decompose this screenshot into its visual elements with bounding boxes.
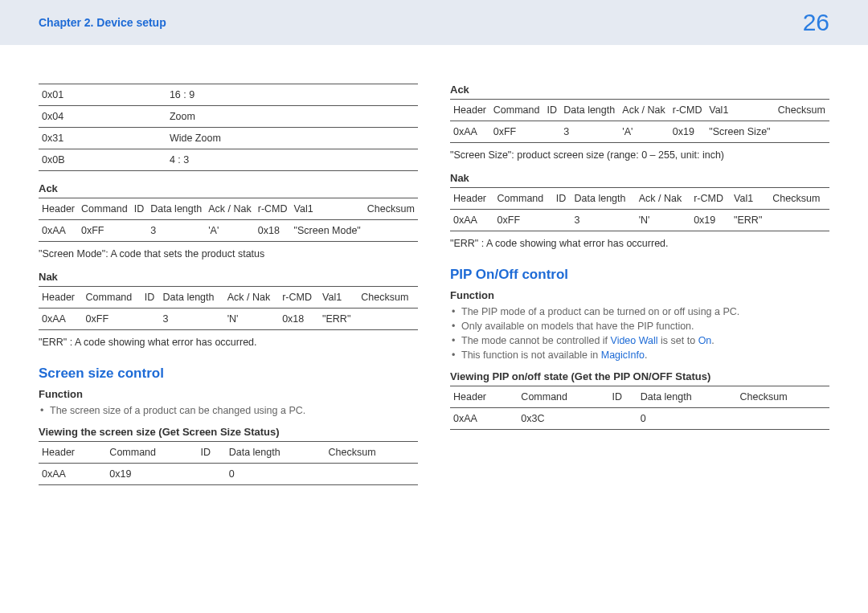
th: Data length	[160, 287, 224, 309]
td	[543, 121, 560, 143]
th: Checksum	[775, 100, 829, 121]
screen-mode-note: "Screen Mode": A code that sets the prod…	[39, 248, 418, 260]
viewing-label-right: Viewing PIP on/off state (Get the PIP ON…	[450, 370, 829, 382]
th: Ack / Nak	[224, 287, 280, 309]
th: Checksum	[737, 386, 829, 408]
td	[775, 121, 829, 143]
page-number: 26	[803, 9, 829, 36]
td	[608, 408, 637, 430]
th: Data length	[560, 100, 619, 121]
view-table-left: Header Command ID Data length Checksum 0…	[39, 441, 418, 485]
th: Ack / Nak	[619, 100, 669, 121]
td	[326, 464, 418, 485]
td: 0x19	[690, 210, 731, 231]
ack-table-right: Header Command ID Data length Ack / Nak …	[450, 99, 829, 143]
function-label: Function	[39, 388, 418, 400]
td: "ERR"	[731, 210, 769, 231]
th: Command	[78, 198, 131, 220]
text: This function is not available in	[461, 349, 601, 361]
th: ID	[197, 442, 225, 464]
td: 0x19	[669, 121, 706, 143]
screen-size-heading: Screen size control	[39, 366, 418, 382]
text: .	[645, 349, 647, 361]
th: Val1	[706, 100, 775, 121]
td: 0xFF	[494, 210, 553, 231]
th: Data length	[226, 442, 326, 464]
cell: 4 : 3	[166, 149, 418, 171]
td: 0x18	[279, 309, 319, 330]
td	[769, 210, 829, 231]
td: "Screen Size"	[706, 121, 775, 143]
th: Command	[490, 100, 544, 121]
err-note-right: "ERR" : A code showing what error has oc…	[450, 238, 829, 249]
th: Command	[494, 188, 553, 210]
th: r-CMD	[669, 100, 706, 121]
td: 'A'	[205, 220, 255, 242]
td: 3	[147, 220, 205, 242]
right-column: Ack Header Command ID Data length Ack / …	[450, 84, 829, 488]
nak-heading-right: Nak	[450, 172, 829, 184]
ack-table-left: Header Command ID Data length Ack / Nak …	[39, 198, 418, 242]
td: 0xFF	[490, 121, 544, 143]
bullet: Only available on models that have the P…	[461, 319, 829, 333]
th: Val1	[291, 198, 364, 220]
th: Val1	[319, 287, 358, 309]
th: Checksum	[326, 442, 418, 464]
pip-heading: PIP On/Off control	[450, 267, 829, 283]
cell: Zoom	[166, 106, 418, 128]
content-area: 0x0116 : 9 0x04Zoom 0x31Wide Zoom 0x0B4 …	[0, 45, 868, 527]
breadcrumb: Chapter 2. Device setup	[39, 16, 166, 29]
td: 0x18	[255, 220, 291, 242]
td	[141, 309, 160, 330]
left-column: 0x0116 : 9 0x04Zoom 0x31Wide Zoom 0x0B4 …	[39, 84, 418, 488]
link-text: MagicInfo	[601, 349, 645, 361]
th: ID	[131, 198, 148, 220]
td	[553, 210, 571, 231]
bullet: The mode cannot be controlled if Video W…	[461, 333, 829, 348]
td: 3	[160, 309, 224, 330]
td: 3	[560, 121, 619, 143]
td: 0xAA	[39, 220, 78, 242]
td: 0	[637, 408, 737, 430]
th: r-CMD	[279, 287, 319, 309]
th: Command	[518, 386, 608, 408]
td: 0xAA	[450, 121, 490, 143]
td: 'N'	[224, 309, 280, 330]
text: The mode cannot be controlled if	[461, 335, 611, 346]
bullet: The PIP mode of a product can be turned …	[461, 304, 829, 319]
td	[364, 220, 418, 242]
th: ID	[553, 188, 571, 210]
td: 0x3C	[518, 408, 608, 430]
th: Ack / Nak	[205, 198, 255, 220]
th: Header	[450, 100, 490, 121]
function-bullets-right: The PIP mode of a product can be turned …	[450, 304, 829, 362]
th: Data length	[637, 386, 737, 408]
cell: 0x04	[39, 106, 166, 128]
th: Command	[83, 287, 141, 309]
codes-table: 0x0116 : 9 0x04Zoom 0x31Wide Zoom 0x0B4 …	[39, 84, 418, 171]
bullet: This function is not available in MagicI…	[461, 348, 829, 362]
th: Data length	[571, 188, 636, 210]
th: Header	[450, 188, 494, 210]
text: .	[711, 335, 714, 346]
td: 0xFF	[78, 220, 131, 242]
td: 'A'	[619, 121, 669, 143]
cell: 0x01	[39, 84, 166, 106]
th: ID	[141, 287, 160, 309]
th: Header	[450, 386, 518, 408]
td: 0xAA	[39, 464, 106, 485]
th: Ack / Nak	[636, 188, 691, 210]
ack-heading-right: Ack	[450, 84, 829, 96]
cell: 0x31	[39, 128, 166, 149]
nak-table-left: Header Command ID Data length Ack / Nak …	[39, 286, 418, 330]
td: "Screen Mode"	[291, 220, 364, 242]
cell: 16 : 9	[166, 84, 418, 106]
td: 3	[571, 210, 636, 231]
ack-heading: Ack	[39, 182, 418, 194]
viewing-label-left: Viewing the screen size (Get Screen Size…	[39, 426, 418, 438]
td	[737, 408, 829, 430]
err-note-left: "ERR" : A code showing what error has oc…	[39, 337, 418, 348]
bullet: The screen size of a product can be chan…	[50, 403, 418, 418]
td: 0xAA	[39, 309, 83, 330]
view-table-right: Header Command ID Data length Checksum 0…	[450, 386, 829, 430]
